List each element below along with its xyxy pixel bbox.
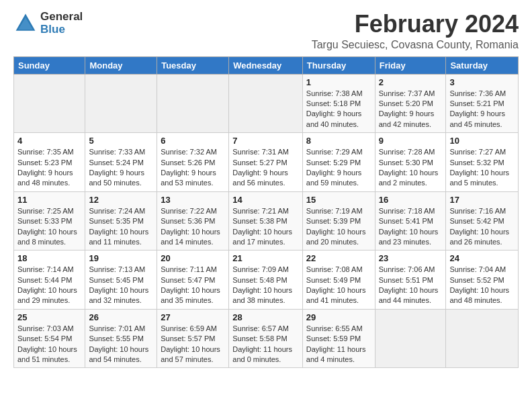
- day-number: 3: [449, 77, 515, 87]
- day-info: Sunrise: 6:59 AM Sunset: 5:57 PM Dayligh…: [161, 324, 225, 365]
- calendar-cell: 14Sunrise: 7:21 AM Sunset: 5:38 PM Dayli…: [229, 191, 303, 250]
- calendar-header-saturday: Saturday: [446, 56, 519, 74]
- calendar-cell: 8Sunrise: 7:29 AM Sunset: 5:29 PM Daylig…: [302, 133, 375, 192]
- day-number: 17: [449, 195, 515, 205]
- day-number: 16: [379, 195, 443, 205]
- day-info: Sunrise: 7:09 AM Sunset: 5:48 PM Dayligh…: [232, 265, 299, 306]
- calendar-cell: 20Sunrise: 7:11 AM Sunset: 5:47 PM Dayli…: [157, 250, 229, 310]
- day-info: Sunrise: 7:13 AM Sunset: 5:45 PM Dayligh…: [89, 265, 153, 306]
- calendar-header-wednesday: Wednesday: [229, 56, 303, 74]
- day-number: 29: [306, 312, 371, 322]
- calendar-table: SundayMondayTuesdayWednesdayThursdayFrid…: [13, 56, 519, 369]
- calendar-cell: 16Sunrise: 7:18 AM Sunset: 5:41 PM Dayli…: [375, 191, 446, 250]
- calendar-cell: 25Sunrise: 7:03 AM Sunset: 5:54 PM Dayli…: [14, 309, 85, 368]
- calendar-cell: 7Sunrise: 7:31 AM Sunset: 5:27 PM Daylig…: [229, 133, 303, 192]
- calendar-cell: [446, 309, 519, 368]
- day-number: 15: [306, 195, 371, 205]
- calendar-header-tuesday: Tuesday: [157, 56, 229, 74]
- day-number: 26: [89, 312, 153, 322]
- day-info: Sunrise: 7:22 AM Sunset: 5:36 PM Dayligh…: [161, 206, 225, 248]
- day-number: 19: [89, 253, 153, 263]
- calendar-cell: 3Sunrise: 7:36 AM Sunset: 5:21 PM Daylig…: [446, 74, 519, 133]
- day-info: Sunrise: 6:57 AM Sunset: 5:58 PM Dayligh…: [232, 324, 299, 365]
- day-number: 18: [17, 253, 81, 263]
- day-number: 13: [161, 195, 225, 205]
- day-info: Sunrise: 7:31 AM Sunset: 5:27 PM Dayligh…: [232, 147, 299, 189]
- day-info: Sunrise: 7:21 AM Sunset: 5:38 PM Dayligh…: [232, 206, 299, 248]
- calendar-header-sunday: Sunday: [14, 56, 85, 74]
- day-number: 22: [306, 253, 371, 263]
- calendar-cell: 28Sunrise: 6:57 AM Sunset: 5:58 PM Dayli…: [229, 309, 303, 368]
- day-info: Sunrise: 7:27 AM Sunset: 5:32 PM Dayligh…: [449, 147, 515, 189]
- day-number: 11: [17, 195, 81, 205]
- day-info: Sunrise: 7:38 AM Sunset: 5:18 PM Dayligh…: [306, 89, 371, 130]
- day-info: Sunrise: 7:16 AM Sunset: 5:42 PM Dayligh…: [449, 206, 515, 248]
- day-info: Sunrise: 7:01 AM Sunset: 5:55 PM Dayligh…: [89, 324, 153, 365]
- calendar-week-3: 11Sunrise: 7:25 AM Sunset: 5:33 PM Dayli…: [14, 191, 519, 250]
- calendar-header-friday: Friday: [375, 56, 446, 74]
- calendar-cell: [85, 74, 157, 133]
- day-number: 4: [17, 136, 81, 146]
- calendar-cell: 26Sunrise: 7:01 AM Sunset: 5:55 PM Dayli…: [85, 309, 157, 368]
- day-number: 5: [89, 136, 153, 146]
- day-number: 24: [449, 253, 515, 263]
- calendar-cell: 6Sunrise: 7:32 AM Sunset: 5:26 PM Daylig…: [157, 133, 229, 192]
- calendar-cell: 22Sunrise: 7:08 AM Sunset: 5:49 PM Dayli…: [302, 250, 375, 310]
- day-info: Sunrise: 7:36 AM Sunset: 5:21 PM Dayligh…: [449, 89, 515, 130]
- calendar-header-row: SundayMondayTuesdayWednesdayThursdayFrid…: [14, 56, 519, 74]
- calendar-cell: 2Sunrise: 7:37 AM Sunset: 5:20 PM Daylig…: [375, 74, 446, 133]
- calendar-cell: 10Sunrise: 7:27 AM Sunset: 5:32 PM Dayli…: [446, 133, 519, 192]
- day-info: Sunrise: 7:03 AM Sunset: 5:54 PM Dayligh…: [17, 324, 81, 365]
- calendar-cell: 29Sunrise: 6:55 AM Sunset: 5:59 PM Dayli…: [302, 309, 375, 368]
- day-number: 20: [161, 253, 225, 263]
- calendar-cell: 1Sunrise: 7:38 AM Sunset: 5:18 PM Daylig…: [302, 74, 375, 133]
- calendar-cell: [229, 74, 303, 133]
- day-number: 8: [306, 136, 371, 146]
- day-number: 2: [379, 77, 443, 87]
- day-info: Sunrise: 7:25 AM Sunset: 5:33 PM Dayligh…: [17, 206, 81, 248]
- logo-general-text: General: [40, 11, 83, 24]
- calendar-week-5: 25Sunrise: 7:03 AM Sunset: 5:54 PM Dayli…: [14, 309, 519, 368]
- day-number: 23: [379, 253, 443, 263]
- day-number: 28: [232, 312, 299, 322]
- day-number: 7: [232, 136, 299, 146]
- logo-text: General Blue: [40, 11, 83, 36]
- day-number: 10: [449, 136, 515, 146]
- day-number: 25: [17, 312, 81, 322]
- title-block: February 2024 Targu Secuiesc, Covasna Co…: [312, 11, 519, 51]
- calendar-cell: [157, 74, 229, 133]
- calendar-cell: 19Sunrise: 7:13 AM Sunset: 5:45 PM Dayli…: [85, 250, 157, 310]
- logo-blue-text: Blue: [40, 24, 83, 36]
- calendar-week-4: 18Sunrise: 7:14 AM Sunset: 5:44 PM Dayli…: [14, 250, 519, 310]
- calendar-cell: [14, 74, 85, 133]
- calendar-cell: [375, 309, 446, 368]
- calendar-cell: 24Sunrise: 7:04 AM Sunset: 5:52 PM Dayli…: [446, 250, 519, 310]
- day-info: Sunrise: 7:33 AM Sunset: 5:24 PM Dayligh…: [89, 147, 153, 189]
- calendar-header-thursday: Thursday: [302, 56, 375, 74]
- day-number: 1: [306, 77, 371, 87]
- day-number: 6: [161, 136, 225, 146]
- day-info: Sunrise: 7:11 AM Sunset: 5:47 PM Dayligh…: [161, 265, 225, 306]
- day-info: Sunrise: 7:04 AM Sunset: 5:52 PM Dayligh…: [449, 265, 515, 306]
- day-info: Sunrise: 6:55 AM Sunset: 5:59 PM Dayligh…: [306, 324, 371, 365]
- day-number: 14: [232, 195, 299, 205]
- day-info: Sunrise: 7:28 AM Sunset: 5:30 PM Dayligh…: [379, 147, 443, 189]
- day-number: 9: [379, 136, 443, 146]
- day-info: Sunrise: 7:06 AM Sunset: 5:51 PM Dayligh…: [379, 265, 443, 306]
- calendar-cell: 11Sunrise: 7:25 AM Sunset: 5:33 PM Dayli…: [14, 191, 85, 250]
- calendar-cell: 12Sunrise: 7:24 AM Sunset: 5:35 PM Dayli…: [85, 191, 157, 250]
- calendar-subtitle: Targu Secuiesc, Covasna County, Romania: [312, 39, 519, 51]
- calendar-cell: 17Sunrise: 7:16 AM Sunset: 5:42 PM Dayli…: [446, 191, 519, 250]
- calendar-cell: 9Sunrise: 7:28 AM Sunset: 5:30 PM Daylig…: [375, 133, 446, 192]
- day-info: Sunrise: 7:14 AM Sunset: 5:44 PM Dayligh…: [17, 265, 81, 306]
- calendar-week-2: 4Sunrise: 7:35 AM Sunset: 5:23 PM Daylig…: [14, 133, 519, 192]
- calendar-cell: 4Sunrise: 7:35 AM Sunset: 5:23 PM Daylig…: [14, 133, 85, 192]
- calendar-cell: 15Sunrise: 7:19 AM Sunset: 5:39 PM Dayli…: [302, 191, 375, 250]
- calendar-cell: 27Sunrise: 6:59 AM Sunset: 5:57 PM Dayli…: [157, 309, 229, 368]
- calendar-title: February 2024: [312, 11, 519, 38]
- day-info: Sunrise: 7:35 AM Sunset: 5:23 PM Dayligh…: [17, 147, 81, 189]
- calendar-cell: 18Sunrise: 7:14 AM Sunset: 5:44 PM Dayli…: [14, 250, 85, 310]
- calendar-cell: 13Sunrise: 7:22 AM Sunset: 5:36 PM Dayli…: [157, 191, 229, 250]
- day-info: Sunrise: 7:19 AM Sunset: 5:39 PM Dayligh…: [306, 206, 371, 248]
- day-info: Sunrise: 7:32 AM Sunset: 5:26 PM Dayligh…: [161, 147, 225, 189]
